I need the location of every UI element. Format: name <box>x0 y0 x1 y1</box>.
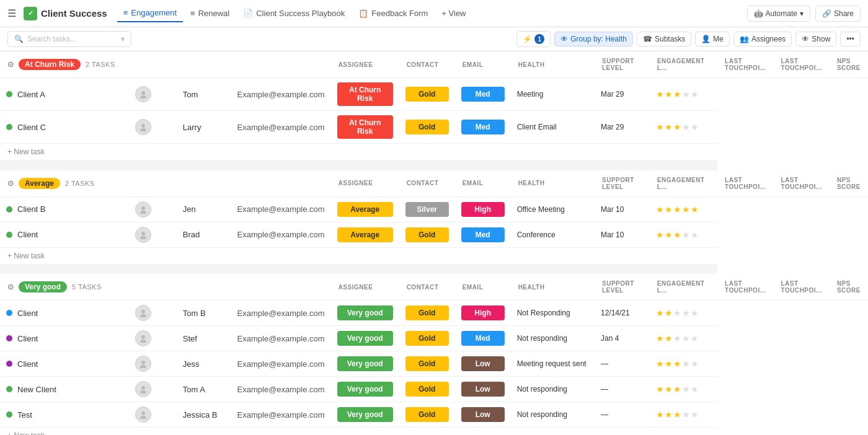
star-filled: ★ <box>656 89 664 99</box>
email-cell: Example@example.com <box>231 377 331 402</box>
health-cell: Very good <box>331 402 399 428</box>
star-filled: ★ <box>656 230 664 240</box>
assignee-cell <box>129 351 177 377</box>
contact-cell: Tom A <box>177 377 231 402</box>
task-name-cell[interactable]: Client B <box>0 196 129 222</box>
health-badge: Average <box>337 202 393 217</box>
svg-point-3 <box>140 128 146 131</box>
tab-feedback-label: Feedback Form <box>371 9 428 18</box>
table-row[interactable]: New Client Tom A Example@example.com Ver… <box>0 377 868 402</box>
automate-button[interactable]: 🤖 Automate ▾ <box>747 6 810 22</box>
support-cell: Gold <box>399 222 455 247</box>
search-box[interactable]: 🔍 Search tasks... ▾ <box>7 31 131 47</box>
automate-label: Automate <box>766 9 797 18</box>
section-chevron-average[interactable]: ⊙ <box>7 179 14 188</box>
col-header-touch1: LAST TOUCHPOI... <box>717 51 773 78</box>
touchpoint1-cell: Office Meeting <box>511 196 595 222</box>
tab-renewal[interactable]: ≡ Renewal <box>184 5 236 22</box>
show-button[interactable]: 👁 Show <box>795 32 836 46</box>
new-task-button[interactable]: + New task <box>0 144 717 160</box>
task-name-cell[interactable]: Client <box>0 301 129 326</box>
more-button[interactable]: ••• <box>840 32 861 46</box>
table-row[interactable]: Client Jess Example@example.com Very goo… <box>0 351 868 377</box>
table-row[interactable]: Client Stef Example@example.com Very goo… <box>0 326 868 351</box>
engagement-badge: Low <box>461 382 505 397</box>
touchpoint1-cell: Not responding <box>511 326 595 351</box>
table-container: ⊙ At Churn Risk 2 TASKS ASSIGNEE CONTACT… <box>0 51 868 435</box>
table-row[interactable]: Client B Jen Example@example.com Average… <box>0 196 868 222</box>
task-name-label: Client C <box>17 123 46 132</box>
subtasks-button[interactable]: ☎ Subtasks <box>637 32 691 46</box>
nps-stars: ★★★★★ <box>656 230 711 240</box>
tab-engagement[interactable]: ≡ Engagement <box>117 4 183 22</box>
star-empty: ★ <box>682 308 690 318</box>
col-header-health: HEALTH <box>511 274 595 301</box>
filter-button[interactable]: ⚡ 1 <box>516 31 551 47</box>
section-chevron-verygood[interactable]: ⊙ <box>7 283 14 291</box>
search-dropdown-icon[interactable]: ▾ <box>121 35 125 43</box>
star-empty: ★ <box>691 384 699 394</box>
new-task-row[interactable]: + New task <box>0 144 868 160</box>
task-name-cell[interactable]: Client <box>0 326 129 351</box>
task-name-label: Test <box>17 410 32 420</box>
task-name-cell[interactable]: Client C <box>0 111 129 144</box>
new-task-button[interactable]: + New task <box>0 428 717 436</box>
assignees-button[interactable]: 👥 Assignees <box>733 32 792 46</box>
star-empty: ★ <box>682 384 690 394</box>
star-filled: ★ <box>665 89 673 99</box>
section-badge-churn: At Churn Risk <box>19 59 81 70</box>
add-view-button[interactable]: + View <box>435 5 472 22</box>
task-name-cell[interactable]: Test <box>0 402 129 428</box>
star-empty: ★ <box>682 410 690 420</box>
col-header-touch2: LAST TOUCHPOI... <box>774 51 830 78</box>
avatar <box>135 227 151 243</box>
star-filled: ★ <box>673 204 681 214</box>
health-cell: At Churn Risk <box>331 78 399 111</box>
assignees-label: Assignees <box>751 35 786 43</box>
tab-engagement-label: Engagement <box>131 8 177 17</box>
task-name-cell[interactable]: New Client <box>0 377 129 402</box>
new-task-row[interactable]: + New task <box>0 428 868 436</box>
table-row[interactable]: Test Jessica B Example@example.com Very … <box>0 402 868 428</box>
engagement-badge: Med <box>461 120 505 134</box>
new-task-row[interactable]: + New task <box>0 247 868 264</box>
group-by-button[interactable]: 👁 Group by: Health <box>554 32 633 46</box>
nps-stars: ★★★★★ <box>656 333 711 343</box>
filter-icon: ⚡ <box>523 35 532 43</box>
share-button[interactable]: 🔗 Share <box>815 6 861 22</box>
task-dot <box>6 361 12 367</box>
star-filled: ★ <box>665 204 673 214</box>
svg-point-16 <box>141 411 145 415</box>
star-filled: ★ <box>673 359 681 369</box>
me-button[interactable]: 👤 Me <box>695 32 730 46</box>
table-row[interactable]: Client Brad Example@example.com Average … <box>0 222 868 247</box>
star-filled: ★ <box>656 410 664 420</box>
menu-icon[interactable]: ☰ <box>7 7 16 19</box>
task-name-cell[interactable]: Client <box>0 351 129 377</box>
col-header-contact: CONTACT <box>399 170 455 197</box>
table-row[interactable]: Client A Tom Example@example.com At Chur… <box>0 78 868 111</box>
task-name-cell[interactable]: Client A <box>0 78 129 111</box>
nps-stars: ★★★★★ <box>656 384 711 394</box>
avatar <box>135 86 151 102</box>
table-row[interactable]: Client C Larry Example@example.com At Ch… <box>0 111 868 144</box>
star-filled: ★ <box>673 122 681 132</box>
health-badge: Very good <box>337 382 393 397</box>
new-task-button[interactable]: + New task <box>0 247 717 264</box>
star-filled: ★ <box>656 122 664 132</box>
tab-feedback[interactable]: 📋 Feedback Form <box>352 5 434 22</box>
svg-point-14 <box>141 386 145 390</box>
health-cell: At Churn Risk <box>331 111 399 144</box>
share-label: Share <box>834 9 854 18</box>
filter-badge: 1 <box>534 34 544 44</box>
tab-playbook[interactable]: 📄 Client Success Playbook <box>237 5 351 22</box>
table-row[interactable]: Client Tom B Example@example.com Very go… <box>0 301 868 326</box>
star-filled: ★ <box>673 230 681 240</box>
support-badge: Gold <box>405 227 449 242</box>
support-cell: Gold <box>399 351 455 377</box>
col-header-assignee: ASSIGNEE <box>331 51 399 78</box>
task-name-label: Client <box>17 230 38 239</box>
task-name-cell[interactable]: Client <box>0 222 129 247</box>
section-chevron-churn[interactable]: ⊙ <box>7 60 14 69</box>
nps-stars: ★★★★★ <box>656 308 711 318</box>
